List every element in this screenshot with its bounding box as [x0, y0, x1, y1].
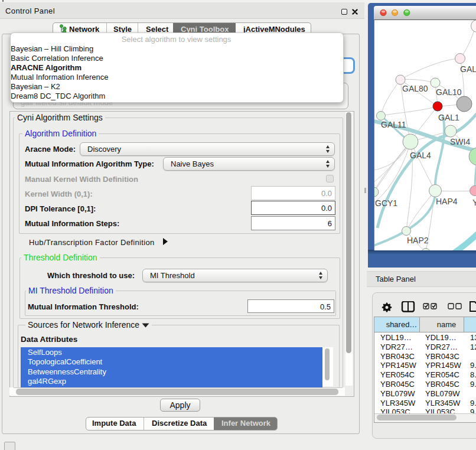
svg-text:GAL80: GAL80: [402, 84, 428, 93]
svg-text:GAL10: GAL10: [436, 87, 462, 97]
svg-text:GAL4: GAL4: [410, 151, 431, 160]
svg-text:HAP2: HAP2: [407, 236, 429, 245]
svg-text:GAL11: GAL11: [381, 120, 406, 129]
svg-text:GAL: GAL: [460, 64, 476, 74]
svg-text:SWI4: SWI4: [450, 137, 470, 146]
svg-text:GAL1: GAL1: [438, 113, 459, 122]
svg-text:HAP4: HAP4: [436, 197, 458, 206]
svg-text:Y: Y: [472, 198, 476, 207]
svg-text:GCY1: GCY1: [375, 198, 397, 208]
